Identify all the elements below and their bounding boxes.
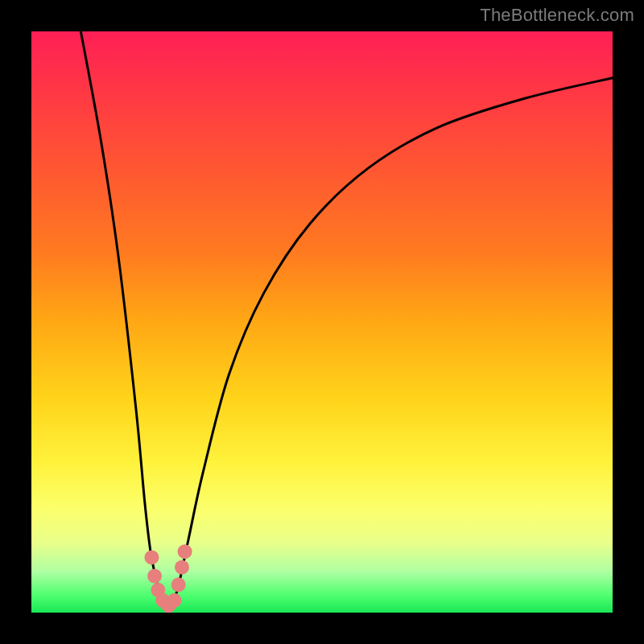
plot-area bbox=[31, 31, 613, 613]
marker-dot bbox=[167, 593, 182, 608]
marker-dot bbox=[178, 544, 192, 559]
chart-frame: TheBottleneck.com bbox=[0, 0, 644, 644]
curve-svg bbox=[31, 31, 613, 613]
marker-dot bbox=[147, 569, 162, 584]
marker-dot bbox=[175, 560, 189, 575]
marker-dot bbox=[171, 577, 186, 592]
watermark-label: TheBottleneck.com bbox=[480, 5, 634, 26]
bottleneck-curve-right bbox=[171, 78, 613, 608]
marker-group bbox=[144, 544, 192, 613]
marker-dot bbox=[144, 550, 159, 564]
bottleneck-curve-left bbox=[80, 31, 171, 608]
